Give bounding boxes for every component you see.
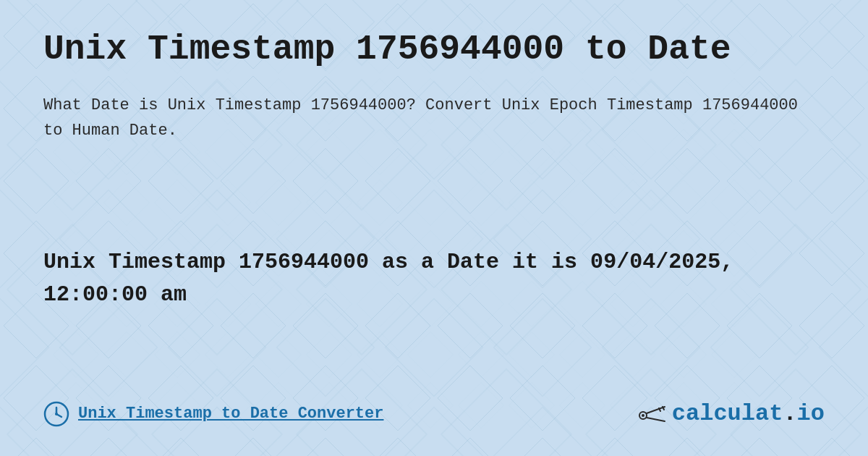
result-text: Unix Timestamp 1756944000 as a Date it i… — [43, 246, 825, 311]
page-description: What Date is Unix Timestamp 1756944000? … — [43, 93, 825, 143]
svg-line-19 — [647, 418, 665, 421]
page-title: Unix Timestamp 1756944000 to Date — [43, 29, 825, 71]
logo-icon — [637, 401, 666, 427]
svg-point-17 — [642, 414, 644, 417]
svg-point-15 — [55, 413, 58, 415]
svg-line-18 — [647, 407, 665, 413]
footer-link-area[interactable]: Unix Timestamp to Date Converter — [43, 401, 383, 427]
logo: calculat.io — [637, 400, 825, 427]
footer-link-label[interactable]: Unix Timestamp to Date Converter — [78, 405, 383, 423]
clock-icon — [43, 401, 69, 427]
logo-text: calculat.io — [672, 400, 825, 427]
